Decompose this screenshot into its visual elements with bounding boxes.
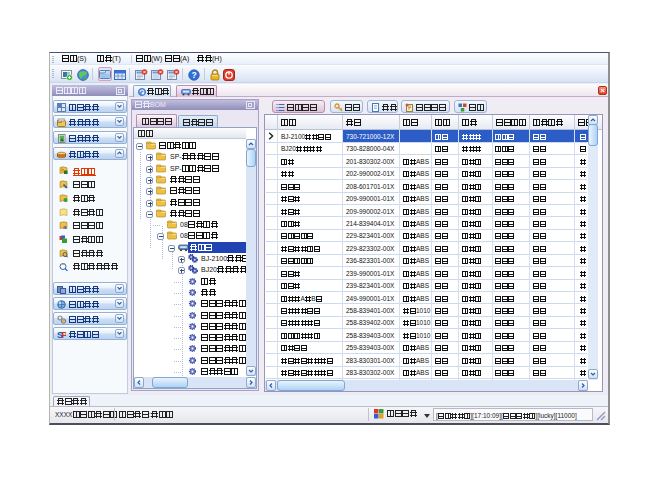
svg-text:?: ? [191,70,196,80]
svg-text:P: P [62,330,67,339]
